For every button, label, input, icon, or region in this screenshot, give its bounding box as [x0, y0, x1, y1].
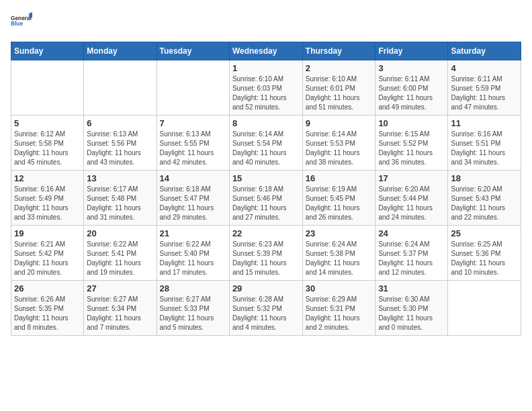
day-number: 10	[378, 118, 445, 128]
day-number: 2	[306, 63, 373, 73]
calendar-day-cell: 20Sunrise: 6:22 AMSunset: 5:41 PMDayligh…	[84, 226, 157, 281]
day-number: 27	[87, 283, 153, 293]
empty-cell	[84, 60, 157, 116]
day-info: Sunrise: 6:21 AMSunset: 5:42 PMDaylight:…	[14, 240, 81, 277]
calendar-day-cell: 2Sunrise: 6:10 AMSunset: 6:01 PMDaylight…	[302, 60, 375, 116]
calendar-day-cell: 31Sunrise: 6:30 AMSunset: 5:30 PMDayligh…	[375, 281, 448, 336]
day-number: 25	[451, 228, 518, 238]
calendar-day-cell: 18Sunrise: 6:20 AMSunset: 5:43 PMDayligh…	[448, 171, 521, 226]
empty-cell	[448, 281, 521, 336]
day-number: 17	[378, 173, 445, 183]
day-info: Sunrise: 6:22 AMSunset: 5:40 PMDaylight:…	[160, 240, 226, 277]
day-info: Sunrise: 6:28 AMSunset: 5:32 PMDaylight:…	[232, 295, 300, 332]
day-info: Sunrise: 6:20 AMSunset: 5:44 PMDaylight:…	[378, 185, 445, 222]
calendar-day-cell: 21Sunrise: 6:22 AMSunset: 5:40 PMDayligh…	[157, 226, 229, 281]
day-info: Sunrise: 6:27 AMSunset: 5:34 PMDaylight:…	[87, 295, 153, 332]
day-number: 1	[232, 63, 300, 73]
day-info: Sunrise: 6:29 AMSunset: 5:31 PMDaylight:…	[306, 295, 373, 332]
day-number: 3	[378, 63, 445, 73]
calendar-day-cell: 29Sunrise: 6:28 AMSunset: 5:32 PMDayligh…	[229, 281, 302, 336]
day-info: Sunrise: 6:14 AMSunset: 5:53 PMDaylight:…	[306, 130, 373, 167]
day-info: Sunrise: 6:12 AMSunset: 5:58 PMDaylight:…	[14, 130, 81, 167]
calendar-day-cell: 5Sunrise: 6:12 AMSunset: 5:58 PMDaylight…	[11, 116, 84, 171]
day-info: Sunrise: 6:27 AMSunset: 5:33 PMDaylight:…	[160, 295, 226, 332]
day-info: Sunrise: 6:11 AMSunset: 6:00 PMDaylight:…	[378, 75, 445, 112]
day-number: 6	[87, 118, 153, 128]
calendar-day-cell: 13Sunrise: 6:17 AMSunset: 5:48 PMDayligh…	[84, 171, 157, 226]
day-number: 22	[232, 228, 300, 238]
calendar-week-row: 1Sunrise: 6:10 AMSunset: 6:03 PMDaylight…	[11, 60, 521, 116]
weekday-header-friday: Friday	[375, 42, 448, 60]
calendar-day-cell: 26Sunrise: 6:26 AMSunset: 5:35 PMDayligh…	[11, 281, 84, 336]
day-info: Sunrise: 6:16 AMSunset: 5:49 PMDaylight:…	[14, 185, 81, 222]
day-number: 18	[451, 173, 518, 183]
day-number: 19	[14, 228, 81, 238]
calendar-day-cell: 3Sunrise: 6:11 AMSunset: 6:00 PMDaylight…	[375, 60, 448, 116]
day-number: 5	[14, 118, 81, 128]
day-number: 24	[378, 228, 445, 238]
calendar-day-cell: 11Sunrise: 6:16 AMSunset: 5:51 PMDayligh…	[448, 116, 521, 171]
day-number: 9	[306, 118, 373, 128]
day-info: Sunrise: 6:24 AMSunset: 5:37 PMDaylight:…	[378, 240, 445, 277]
svg-text:Blue: Blue	[11, 20, 23, 27]
day-number: 31	[378, 283, 445, 293]
calendar-day-cell: 6Sunrise: 6:13 AMSunset: 5:56 PMDaylight…	[84, 116, 157, 171]
day-number: 29	[232, 283, 300, 293]
logo: General Blue	[11, 11, 32, 35]
calendar-day-cell: 19Sunrise: 6:21 AMSunset: 5:42 PMDayligh…	[11, 226, 84, 281]
day-info: Sunrise: 6:13 AMSunset: 5:55 PMDaylight:…	[160, 130, 226, 167]
calendar-day-cell: 15Sunrise: 6:18 AMSunset: 5:46 PMDayligh…	[229, 171, 302, 226]
logo-icon: General Blue	[11, 11, 32, 35]
day-info: Sunrise: 6:24 AMSunset: 5:38 PMDaylight:…	[306, 240, 373, 277]
day-number: 4	[451, 63, 518, 73]
day-info: Sunrise: 6:16 AMSunset: 5:51 PMDaylight:…	[451, 130, 518, 167]
calendar-day-cell: 1Sunrise: 6:10 AMSunset: 6:03 PMDaylight…	[229, 60, 302, 116]
day-info: Sunrise: 6:17 AMSunset: 5:48 PMDaylight:…	[87, 185, 153, 222]
calendar-week-row: 19Sunrise: 6:21 AMSunset: 5:42 PMDayligh…	[11, 226, 521, 281]
calendar-day-cell: 8Sunrise: 6:14 AMSunset: 5:54 PMDaylight…	[229, 116, 302, 171]
calendar-day-cell: 28Sunrise: 6:27 AMSunset: 5:33 PMDayligh…	[157, 281, 229, 336]
weekday-header-sunday: Sunday	[11, 42, 84, 60]
day-info: Sunrise: 6:18 AMSunset: 5:46 PMDaylight:…	[232, 185, 300, 222]
day-info: Sunrise: 6:20 AMSunset: 5:43 PMDaylight:…	[451, 185, 518, 222]
day-info: Sunrise: 6:10 AMSunset: 6:03 PMDaylight:…	[232, 75, 300, 112]
empty-cell	[11, 60, 84, 116]
day-number: 23	[306, 228, 373, 238]
calendar-day-cell: 14Sunrise: 6:18 AMSunset: 5:47 PMDayligh…	[157, 171, 229, 226]
day-info: Sunrise: 6:23 AMSunset: 5:39 PMDaylight:…	[232, 240, 300, 277]
calendar-day-cell: 10Sunrise: 6:15 AMSunset: 5:52 PMDayligh…	[375, 116, 448, 171]
day-number: 11	[451, 118, 518, 128]
weekday-header-wednesday: Wednesday	[229, 42, 302, 60]
day-number: 13	[87, 173, 153, 183]
calendar-day-cell: 7Sunrise: 6:13 AMSunset: 5:55 PMDaylight…	[157, 116, 229, 171]
weekday-header-saturday: Saturday	[448, 42, 521, 60]
calendar-day-cell: 22Sunrise: 6:23 AMSunset: 5:39 PMDayligh…	[229, 226, 302, 281]
day-number: 26	[14, 283, 81, 293]
day-number: 21	[160, 228, 226, 238]
day-number: 20	[87, 228, 153, 238]
day-info: Sunrise: 6:13 AMSunset: 5:56 PMDaylight:…	[87, 130, 153, 167]
calendar-day-cell: 25Sunrise: 6:25 AMSunset: 5:36 PMDayligh…	[448, 226, 521, 281]
day-info: Sunrise: 6:19 AMSunset: 5:45 PMDaylight:…	[306, 185, 373, 222]
header: General Blue	[11, 11, 521, 35]
day-number: 14	[160, 173, 226, 183]
calendar-week-row: 12Sunrise: 6:16 AMSunset: 5:49 PMDayligh…	[11, 171, 521, 226]
day-number: 16	[306, 173, 373, 183]
weekday-header-tuesday: Tuesday	[157, 42, 229, 60]
weekday-header-thursday: Thursday	[302, 42, 375, 60]
day-number: 7	[160, 118, 226, 128]
day-info: Sunrise: 6:14 AMSunset: 5:54 PMDaylight:…	[232, 130, 300, 167]
calendar-week-row: 26Sunrise: 6:26 AMSunset: 5:35 PMDayligh…	[11, 281, 521, 336]
calendar-day-cell: 12Sunrise: 6:16 AMSunset: 5:49 PMDayligh…	[11, 171, 84, 226]
day-info: Sunrise: 6:15 AMSunset: 5:52 PMDaylight:…	[378, 130, 445, 167]
calendar-table: SundayMondayTuesdayWednesdayThursdayFrid…	[11, 42, 521, 336]
day-info: Sunrise: 6:18 AMSunset: 5:47 PMDaylight:…	[160, 185, 226, 222]
calendar-day-cell: 17Sunrise: 6:20 AMSunset: 5:44 PMDayligh…	[375, 171, 448, 226]
day-info: Sunrise: 6:26 AMSunset: 5:35 PMDaylight:…	[14, 295, 81, 332]
calendar-day-cell: 16Sunrise: 6:19 AMSunset: 5:45 PMDayligh…	[302, 171, 375, 226]
day-info: Sunrise: 6:11 AMSunset: 5:59 PMDaylight:…	[451, 75, 518, 112]
calendar-week-row: 5Sunrise: 6:12 AMSunset: 5:58 PMDaylight…	[11, 116, 521, 171]
calendar-day-cell: 4Sunrise: 6:11 AMSunset: 5:59 PMDaylight…	[448, 60, 521, 116]
calendar-day-cell: 9Sunrise: 6:14 AMSunset: 5:53 PMDaylight…	[302, 116, 375, 171]
weekday-header-monday: Monday	[84, 42, 157, 60]
